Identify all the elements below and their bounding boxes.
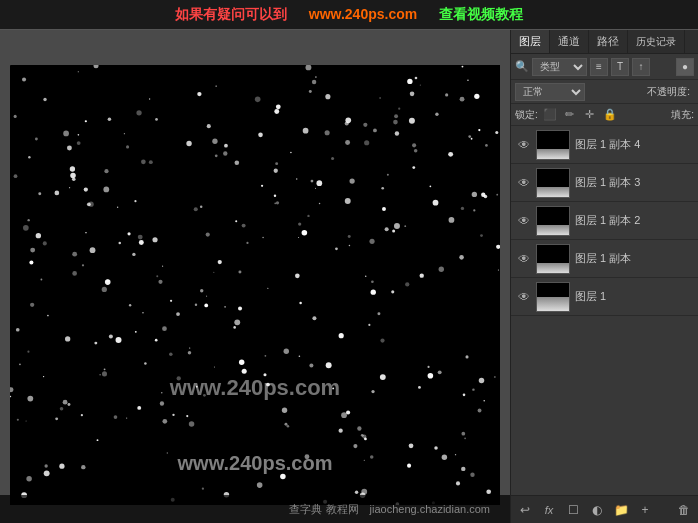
blend-mode-row: 正常 不透明度: [511, 80, 698, 104]
opacity-label: 不透明度: [647, 85, 690, 99]
lock-all-btn[interactable]: 🔒 [602, 107, 618, 123]
banner-url: www.240ps.com [309, 6, 417, 22]
link-layers-btn[interactable]: ↩ [515, 500, 535, 520]
layer-eye-copy3[interactable]: 👁 [515, 174, 533, 192]
banner-suffix: 查看视频教程 [439, 6, 523, 22]
layer-name-copy2: 图层 1 副本 2 [575, 213, 694, 228]
lock-paint-btn[interactable]: ✏ [562, 107, 578, 123]
layer-eye-copy2[interactable]: 👁 [515, 212, 533, 230]
filter-btn-1[interactable]: ≡ [590, 58, 608, 76]
banner-prefix: 如果有疑问可以到 [175, 6, 287, 22]
panel-tabs: 图层 通道 路径 历史记录 [511, 30, 698, 54]
mask-btn[interactable]: ☐ [563, 500, 583, 520]
tab-history[interactable]: 历史记录 [628, 30, 685, 53]
fill-label: 填充: [671, 108, 694, 122]
filter-icon: 🔍 [515, 60, 529, 73]
canvas-area: www.240ps.com [0, 30, 510, 523]
layers-panel: 图层 通道 路径 历史记录 🔍 类型 ≡ T ↑ ● [510, 30, 698, 523]
lock-label: 锁定: [515, 108, 538, 122]
banner-text: 如果有疑问可以到 www.240ps.com 查看视频教程 [175, 6, 523, 24]
layers-list: 👁 图层 1 副本 4 👁 图层 1 副本 3 👁 [511, 126, 698, 495]
banner-space [291, 6, 305, 22]
layer-item-copy4[interactable]: 👁 图层 1 副本 4 [511, 126, 698, 164]
canvas-content: www.240ps.com [10, 65, 500, 505]
main-area: www.240ps.com 图层 通道 路径 历史记录 🔍 类型 ≡ [0, 30, 698, 523]
layer-item-copy3[interactable]: 👁 图层 1 副本 3 [511, 164, 698, 202]
layer-name-copy1: 图层 1 副本 [575, 251, 694, 266]
filter-row: 🔍 类型 ≡ T ↑ ● [511, 54, 698, 80]
adjustment-btn[interactable]: ◐ [587, 500, 607, 520]
layer-item-copy1[interactable]: 👁 图层 1 副本 [511, 240, 698, 278]
layer-thumb-base [536, 282, 570, 312]
layer-thumb-copy4 [536, 130, 570, 160]
filter-dropdown[interactable]: 类型 [532, 58, 587, 76]
filter-btn-toggle[interactable]: ● [676, 58, 694, 76]
top-banner: 如果有疑问可以到 www.240ps.com 查看视频教程 [0, 0, 698, 30]
layer-eye-copy1[interactable]: 👁 [515, 250, 533, 268]
layer-name-copy4: 图层 1 副本 4 [575, 137, 694, 152]
tab-layers[interactable]: 图层 [511, 30, 550, 53]
filter-btn-2[interactable]: T [611, 58, 629, 76]
banner-space2 [421, 6, 435, 22]
layer-item-base[interactable]: 👁 图层 1 [511, 278, 698, 316]
canvas-watermark: www.240ps.com [178, 452, 333, 475]
delete-layer-btn[interactable]: 🗑 [674, 500, 694, 520]
tab-channels[interactable]: 通道 [550, 30, 589, 53]
layers-bottom-bar: ↩ fx ☐ ◐ 📁 + 🗑 [511, 495, 698, 523]
layer-eye-base[interactable]: 👁 [515, 288, 533, 306]
footer-text: 查字典 教程网 jiaocheng.chazidian.com [289, 502, 490, 517]
layer-thumb-copy3 [536, 168, 570, 198]
layer-name-copy3: 图层 1 副本 3 [575, 175, 694, 190]
filter-btn-3[interactable]: ↑ [632, 58, 650, 76]
layer-thumb-copy1 [536, 244, 570, 274]
group-btn[interactable]: 📁 [611, 500, 631, 520]
lock-position-btn[interactable]: ✛ [582, 107, 598, 123]
fx-btn[interactable]: fx [539, 500, 559, 520]
layer-item-copy2[interactable]: 👁 图层 1 副本 2 [511, 202, 698, 240]
layer-name-base: 图层 1 [575, 289, 694, 304]
tab-paths[interactable]: 路径 [589, 30, 628, 53]
layer-eye-copy4[interactable]: 👁 [515, 136, 533, 154]
layer-thumb-copy2 [536, 206, 570, 236]
starfield-canvas [10, 65, 500, 505]
blend-mode-dropdown[interactable]: 正常 [515, 83, 585, 101]
footer-bar: 查字典 教程网 jiaocheng.chazidian.com [0, 495, 510, 523]
lock-row: 锁定: ⬛ ✏ ✛ 🔒 填充: [511, 104, 698, 126]
lock-transparent-btn[interactable]: ⬛ [542, 107, 558, 123]
new-layer-btn[interactable]: + [635, 500, 655, 520]
